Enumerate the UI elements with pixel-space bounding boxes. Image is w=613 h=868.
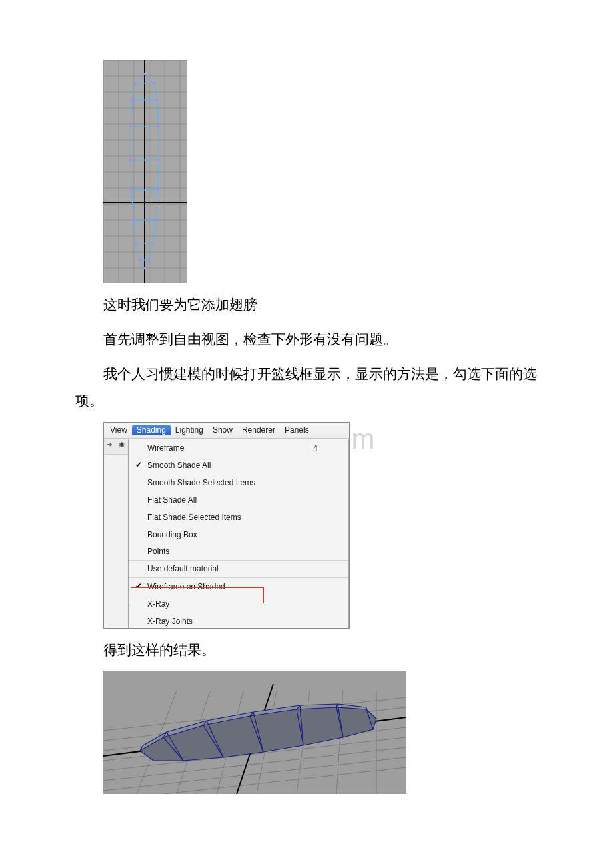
shading-dropdown: Wireframe 4 ✔ Smooth Shade All Smooth Sh… [128,439,349,629]
check-icon: ✔ [135,460,142,469]
arrow-icon [107,441,116,451]
menu-item-flat-selected[interactable]: Flat Shade Selected Items [129,509,348,526]
menu-item-label: Wireframe on Shaded [147,582,225,591]
menu-item-bounding-box[interactable]: Bounding Box [129,526,348,543]
svg-rect-39 [157,159,159,161]
menu-panels[interactable]: Panels [280,425,314,435]
svg-rect-32 [134,82,136,84]
svg-rect-33 [153,82,155,84]
svg-rect-48 [143,267,145,269]
menu-item-smooth-all[interactable]: ✔ Smooth Shade All [129,457,348,474]
menu-item-default-material[interactable]: Use default material [129,561,348,578]
svg-rect-36 [129,125,131,127]
svg-rect-37 [157,125,159,127]
menu-item-label: Flat Shade Selected Items [147,513,241,522]
gizmo-icon [119,441,128,451]
svg-rect-34 [131,99,133,101]
paragraph-2: 首先调整到自由视图，检查下外形有没有问题。 [0,326,613,353]
svg-line-56 [103,767,406,794]
menu-item-flat-all[interactable]: Flat Shade All [129,491,348,509]
menu-item-xray[interactable]: X-Ray [129,595,348,613]
svg-rect-40 [130,189,132,191]
menu-item-wireframe[interactable]: Wireframe 4 [129,439,348,457]
menu-item-label: X-Ray Joints [147,617,193,626]
menu-item-label: Smooth Shade All [147,461,211,470]
svg-rect-47 [148,259,150,261]
menu-item-wireframe-on-shaded[interactable]: ✔ Wireframe on Shaded [129,578,348,595]
svg-rect-31 [143,73,145,75]
shading-menu-screenshot: View Shading Lighting Show Renderer Pane… [103,422,350,629]
viewport-top-screenshot [103,60,187,283]
menu-item-label: Flat Shade All [147,495,197,505]
menu-item-label: Smooth Shade Selected Items [147,478,255,487]
menu-item-label: Use default material [147,564,219,573]
svg-rect-42 [132,219,134,221]
menu-item-smooth-selected[interactable]: Smooth Shade Selected Items [129,474,348,491]
menu-lighting[interactable]: Lighting [171,425,208,435]
svg-rect-46 [139,259,141,261]
svg-rect-44 [135,242,137,244]
svg-rect-45 [152,242,154,244]
paragraph-1: 这时我们要为它添加翅膀 [0,291,613,318]
menu-show[interactable]: Show [208,425,237,435]
menu-item-label: Bounding Box [147,530,197,539]
svg-rect-41 [157,189,159,191]
menu-shading[interactable]: Shading [132,425,171,435]
menu-renderer[interactable]: Renderer [237,425,280,435]
viewport-persp-screenshot [103,671,406,794]
svg-rect-35 [156,99,158,101]
menu-item-xray-joints[interactable]: X-Ray Joints [129,613,348,629]
menu-view[interactable]: View [105,425,132,435]
paragraph-4: 得到这样的结果。 [0,637,613,663]
menu-item-points[interactable]: Points [129,543,348,561]
menu-item-shortcut: 4 [313,443,318,453]
paragraph-3: 我个人习惯建模的时候打开篮线框显示，显示的方法是，勾选下面的选项。 [0,361,613,414]
menu-item-label: Wireframe [147,443,184,453]
menu-item-label: X-Ray [147,599,169,609]
viewport-menubar: View Shading Lighting Show Renderer Pane… [104,423,349,439]
check-icon: ✔ [135,581,142,591]
svg-rect-38 [129,159,131,161]
svg-rect-43 [155,219,157,221]
menu-item-label: Points [147,547,169,556]
